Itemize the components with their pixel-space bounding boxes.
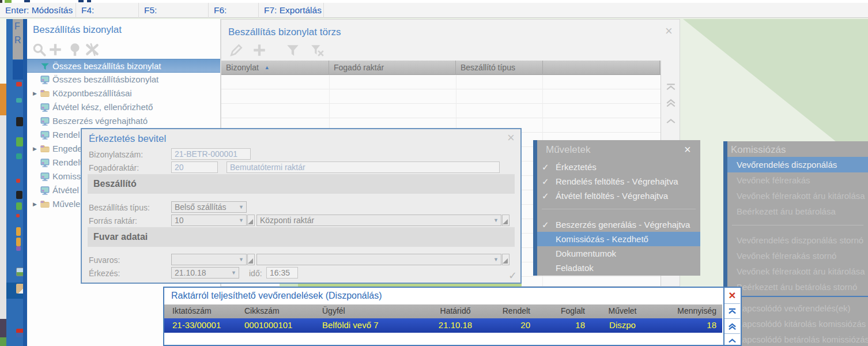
add-icon[interactable]	[252, 43, 267, 58]
column-header[interactable]	[543, 61, 660, 75]
taskbar-icon-red-dot[interactable]	[16, 214, 20, 217]
column-header[interactable]: Mennyiség	[654, 304, 722, 318]
komissiozas-item[interactable]: Vevőrendelés diszponálás	[727, 157, 868, 172]
komissiozas-item[interactable]: Vevőnek félrerakás	[727, 172, 868, 188]
komissiozas-item[interactable]: Kapcsolódó vevőrendelés(ek)	[727, 300, 868, 316]
taskbar-icon-black-window[interactable]	[16, 117, 23, 126]
menu-item[interactable]: F6: Sorrend	[209, 3, 259, 18]
komissiozas-item[interactable]: Beérkezett áru betárolása	[727, 204, 868, 219]
scroll-top-icon[interactable]	[724, 304, 740, 319]
fogadoraktar-name-field[interactable]: Bemutatótermi raktár	[227, 161, 500, 173]
column-header[interactable]: Beszállító típus	[456, 61, 543, 75]
window-fragment	[87, 0, 91, 2]
muveletek-item[interactable]: ✓Átvétel feltöltés - Végrehajtva	[537, 189, 700, 203]
komissiozas-item[interactable]: Beérkezett áru betárolás stornó	[727, 279, 868, 295]
muveletek-item[interactable]: ✓Rendelés feltöltés - Végrehajtva	[537, 174, 700, 189]
scroll-up-icon[interactable]	[666, 116, 676, 126]
muveletek-item[interactable]: Dokumentumok	[537, 246, 700, 261]
close-icon[interactable]: ×	[684, 143, 691, 156]
confirm-check-icon[interactable]: ✓	[508, 269, 517, 282]
lookup-corner-icon[interactable]	[247, 215, 255, 226]
function-key-menubar: Enter: MódosításF4: NyomtatásF5: Diszpon…	[0, 3, 868, 18]
fogadoraktar-code-field[interactable]: 20	[171, 161, 218, 173]
muveletek-item[interactable]: ✓Beszerzés generálás - Végrehajtva	[537, 217, 700, 232]
muveletek-item-label: Dokumentumok	[556, 246, 616, 261]
clear-filter-icon[interactable]	[85, 42, 100, 57]
column-header[interactable]: Művelet	[591, 304, 654, 318]
column-header[interactable]: Iktatószám	[164, 304, 236, 318]
scroll-up-icon[interactable]	[724, 334, 740, 345]
close-icon[interactable]: ×	[665, 25, 673, 37]
expand-arrow-icon[interactable]: ▶	[33, 142, 37, 156]
komissiozas-item[interactable]: Vevőnek félrerakás stornó	[727, 248, 868, 264]
forras-raktar-code-combo[interactable]: 10▼	[171, 215, 247, 226]
scroll-top-icon[interactable]	[666, 82, 676, 93]
taskbar-icon-red-flag[interactable]	[16, 82, 22, 86]
search-icon[interactable]	[32, 42, 47, 57]
table-header[interactable]: Bizonylat▲Fogadó raktárBeszállító típus	[221, 61, 661, 75]
taskbar-icon-orange-bars[interactable]	[16, 238, 21, 246]
erkezes-time-field[interactable]: 16:35	[266, 267, 298, 279]
fuvaros-code-combo[interactable]: ▼	[171, 254, 247, 265]
komissiozas-item[interactable]: Vevőnek félrerakott áru kitárolása	[727, 264, 868, 279]
taskbar-icon-teal-badge[interactable]	[16, 153, 22, 159]
close-button[interactable]: ×	[724, 288, 740, 304]
column-header[interactable]: Cikkszám	[236, 304, 314, 318]
taskbar-icon-orange-bars[interactable]	[16, 227, 21, 236]
column-header[interactable]: Ügyfél	[314, 304, 424, 318]
close-icon[interactable]: ×	[507, 132, 515, 144]
beszallitas-tipus-combo[interactable]: Belső szállítás▼	[171, 201, 247, 213]
fuvaros-name-combo[interactable]: ▼	[256, 254, 501, 265]
clear-filter-icon[interactable]	[310, 43, 324, 58]
menu-item[interactable]: Enter: Módosítás	[0, 3, 76, 18]
lookup-corner-icon[interactable]	[247, 254, 255, 265]
tree-item[interactable]: ▶Központbeszállításai	[27, 86, 221, 100]
table-cell: 20	[487, 318, 536, 333]
menu-item[interactable]: F7: Exportálás	[259, 3, 324, 18]
menu-item[interactable]: F5: Diszponálás	[139, 3, 209, 18]
scroll-pageup-icon[interactable]	[666, 99, 676, 110]
tree-item[interactable]: Átvétel kész, ellenőrizhető	[27, 100, 221, 114]
taskbar-icon-teal-app[interactable]	[16, 98, 22, 103]
tree-item[interactable]: Beszerzés végrehajtható	[27, 114, 221, 128]
funnel-icon	[40, 61, 50, 72]
column-header[interactable]: Foglalt	[536, 304, 591, 318]
komissiozas-item-label: Beérkezett áru betárolása	[737, 204, 836, 219]
muveletek-item[interactable]: ✓Érkeztetés	[537, 160, 700, 174]
muveletek-item[interactable]: Komissiózás - Kezdhető	[537, 232, 700, 246]
bizonylatszam-field[interactable]: 21-BETR-000001	[171, 148, 251, 160]
taskbar-icon-green-window[interactable]	[16, 137, 23, 146]
column-header[interactable]: Határidő	[424, 304, 487, 318]
lookup-corner-icon[interactable]	[502, 215, 510, 226]
menu-item[interactable]: F4: Nyomtatás	[76, 3, 139, 18]
tree-item-label: Központbeszállításai	[52, 86, 132, 100]
table-header[interactable]: IktatószámCikkszámÜgyfélHatáridőRendeltF…	[164, 304, 722, 318]
expand-arrow-icon[interactable]: ▶	[33, 197, 37, 211]
taskbar-icon-purple-dot[interactable]	[16, 246, 21, 251]
komissiozas-item[interactable]: Vevőnek félrerakott áru kitárolása	[727, 188, 868, 204]
expand-arrow-icon[interactable]: ▶	[33, 86, 37, 100]
taskbar-icon-red-dot[interactable]	[16, 179, 20, 183]
forras-raktar-name-combo[interactable]: Központi raktár▼	[256, 215, 501, 226]
column-header[interactable]: Bizonylat▲	[221, 61, 329, 75]
panel-splitter[interactable]	[23, 19, 27, 346]
komissiozas-item[interactable]: Kapcsolódó kitárolás komissiózás	[727, 316, 868, 332]
add-icon[interactable]	[48, 42, 63, 57]
filter-icon[interactable]	[285, 43, 300, 58]
column-header[interactable]: Rendelt	[487, 304, 536, 318]
komissiozas-item[interactable]: Vevőrendelés diszponálás stornó	[727, 232, 868, 248]
taskbar-icon-black-window[interactable]	[16, 191, 22, 199]
edit-icon[interactable]	[229, 43, 244, 58]
tree-item[interactable]: Összes beszállításbizonylat	[27, 73, 221, 86]
taskbar-icon-green-window[interactable]	[16, 202, 22, 210]
table-row[interactable]: 21-33/000010001000101Belföldi vevő 721.1…	[164, 318, 722, 333]
tree-item-label: Komiss	[52, 170, 81, 183]
scroll-pageup-icon[interactable]	[724, 319, 740, 334]
lookup-corner-icon[interactable]	[502, 254, 510, 265]
komissiozas-item[interactable]: Kapcsolódó betárolás komissiózás	[727, 332, 868, 346]
muveletek-item[interactable]: Feladatok	[537, 261, 700, 275]
column-header[interactable]: Fogadó raktár	[329, 61, 456, 75]
tree-item[interactable]: Összes beszállítás bizonylat	[27, 59, 221, 73]
erkezes-date-combo[interactable]: 21.10.18▼	[171, 267, 239, 279]
tree-view-icon[interactable]	[67, 42, 82, 57]
